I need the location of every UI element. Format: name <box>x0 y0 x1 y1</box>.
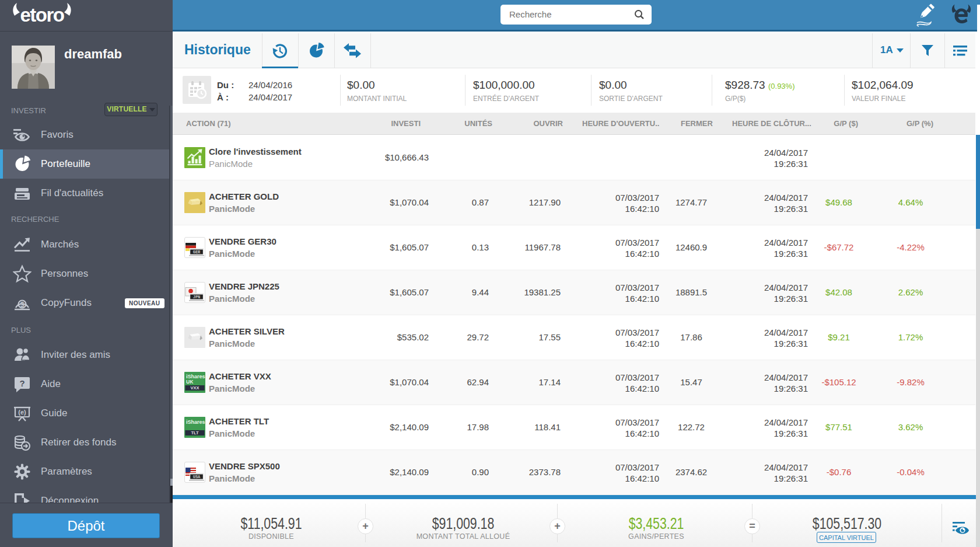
svg-text:VXX: VXX <box>190 385 199 391</box>
svg-text:USA: USA <box>193 475 201 479</box>
svg-text:iShares: iShares <box>186 419 205 425</box>
svg-text:$: $ <box>20 301 24 309</box>
svg-text:UK: UK <box>186 379 194 385</box>
svg-text:JPN: JPN <box>193 295 201 299</box>
svg-text:etoro: etoro <box>20 4 64 23</box>
svg-text:?: ? <box>19 378 24 388</box>
svg-text:TLT: TLT <box>191 430 199 435</box>
svg-text:GER: GER <box>193 250 201 255</box>
svg-text:(e): (e) <box>18 409 26 416</box>
svg-text:iShares: iShares <box>186 374 205 379</box>
